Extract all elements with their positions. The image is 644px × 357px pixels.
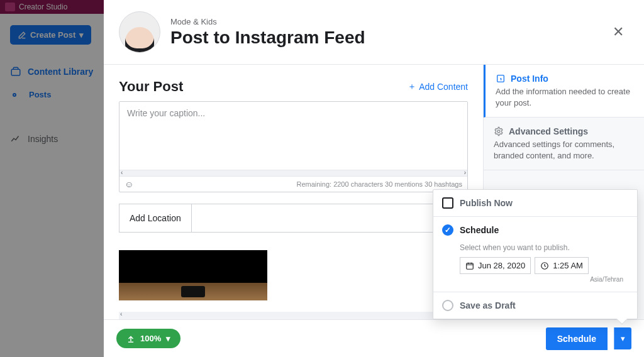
add-content-label: Add Content xyxy=(419,82,468,92)
clock-icon xyxy=(540,261,549,270)
panel-sub: Advanced settings for comments, branded … xyxy=(494,139,634,161)
panel-advanced-settings[interactable]: Advanced Settings Advanced settings for … xyxy=(484,118,644,170)
panel-post-info[interactable]: Post Info Add the information needed to … xyxy=(484,65,644,118)
media-thumbnail[interactable] xyxy=(119,250,267,300)
add-content-button[interactable]: ＋ Add Content xyxy=(408,81,468,92)
caret-down-icon: ▾ xyxy=(621,334,625,343)
caption-scrollbar[interactable] xyxy=(119,170,467,176)
section-heading-your-post: Your Post xyxy=(119,79,183,95)
calendar-icon xyxy=(465,261,474,270)
svg-rect-3 xyxy=(467,263,474,268)
panel-title: Post Info xyxy=(511,74,548,84)
info-icon xyxy=(496,74,506,84)
upload-percent: 100% xyxy=(140,334,161,343)
schedule-date-input[interactable]: Jun 28, 2020 xyxy=(460,257,531,274)
schedule-button[interactable]: Schedule xyxy=(546,327,608,350)
compose-modal: Mode & Kids Post to Instagram Feed ✕ You… xyxy=(104,0,644,357)
option-save-draft[interactable]: Save as Draft xyxy=(433,292,637,319)
svg-point-2 xyxy=(497,130,500,133)
caption-remaining: Remaining: 2200 characters 30 mentions 3… xyxy=(296,180,462,188)
schedule-timezone: Asia/Tehran xyxy=(460,276,628,283)
location-input[interactable] xyxy=(192,204,467,232)
option-schedule[interactable]: Schedule xyxy=(433,216,637,243)
schedule-date-value: Jun 28, 2020 xyxy=(478,261,525,270)
option-label: Schedule xyxy=(460,225,499,235)
add-location-button[interactable]: Add Location xyxy=(119,204,192,232)
panel-title: Advanced Settings xyxy=(509,126,588,136)
sidebar-dimmer xyxy=(0,0,104,357)
close-icon[interactable]: ✕ xyxy=(608,21,629,43)
radio-checked-icon xyxy=(442,224,453,236)
gear-icon xyxy=(494,126,504,136)
caret-down-icon: ▾ xyxy=(166,334,170,343)
schedule-time-input[interactable]: 1:25 AM xyxy=(535,257,589,274)
modal-footer: 100% ▾ Schedule ▾ xyxy=(104,319,644,357)
plus-icon: ＋ xyxy=(408,81,416,92)
radio-unchecked-icon xyxy=(442,300,453,311)
panel-sub: Add the information needed to create you… xyxy=(496,86,634,108)
option-label: Save as Draft xyxy=(460,300,516,310)
account-name: Mode & Kids xyxy=(170,17,365,26)
caption-input[interactable] xyxy=(119,102,467,167)
upload-icon xyxy=(126,334,135,343)
caption-box: ☺ Remaining: 2200 characters 30 mentions… xyxy=(119,101,468,192)
editor-scrollbar[interactable] xyxy=(119,312,483,319)
option-publish-now[interactable]: Publish Now xyxy=(433,190,637,216)
publish-options-popover: Publish Now Schedule Select when you wan… xyxy=(433,189,638,319)
schedule-menu-button[interactable]: ▾ xyxy=(614,327,631,349)
account-avatar xyxy=(119,11,160,53)
checkbox-unchecked-icon xyxy=(442,197,453,209)
upload-status-button[interactable]: 100% ▾ xyxy=(116,329,180,348)
modal-title: Post to Instagram Feed xyxy=(170,28,365,48)
schedule-time-value: 1:25 AM xyxy=(553,261,583,270)
location-row: Add Location xyxy=(119,204,468,233)
option-label: Publish Now xyxy=(460,198,513,208)
emoji-icon[interactable]: ☺ xyxy=(125,179,133,189)
post-editor: Your Post ＋ Add Content ☺ Remaining: 220… xyxy=(104,65,483,319)
modal-header: Mode & Kids Post to Instagram Feed ✕ xyxy=(104,0,644,65)
schedule-hint: Select when you want to publish. xyxy=(460,243,628,252)
